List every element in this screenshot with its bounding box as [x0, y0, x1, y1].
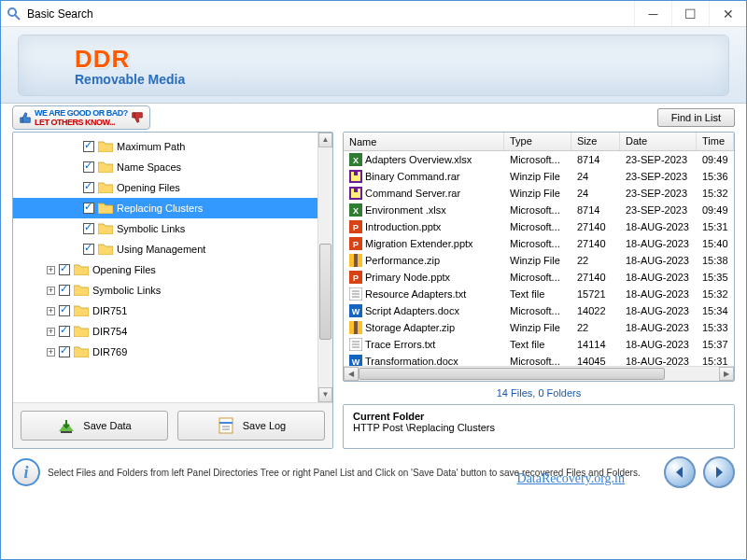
file-date: 23-SEP-2023 — [620, 204, 697, 216]
scroll-down-button[interactable]: ▼ — [318, 387, 332, 402]
tree-item[interactable]: Maximum Path — [13, 136, 332, 157]
file-icon-zip — [349, 321, 362, 334]
thumb-down-icon — [131, 111, 144, 124]
nav-back-button[interactable] — [664, 456, 696, 488]
scroll-left-button[interactable]: ◀ — [344, 367, 359, 381]
list-row[interactable]: Transformation.docxMicrosoft...1404518-A… — [344, 353, 734, 366]
list-row[interactable]: Command Server.rarWinzip File2423-SEP-20… — [344, 185, 734, 202]
tree-label: Opening Files — [117, 182, 180, 193]
col-time[interactable]: Time — [697, 133, 734, 150]
checkbox[interactable] — [83, 182, 94, 193]
checkbox[interactable] — [83, 223, 94, 234]
tree-expand-icon[interactable]: + — [47, 266, 55, 274]
list-row[interactable]: Primary Node.pptxMicrosoft...2714018-AUG… — [344, 269, 734, 286]
file-type: Microsoft... — [504, 356, 571, 366]
col-type[interactable]: Type — [504, 133, 571, 150]
app-icon — [7, 7, 21, 21]
checkbox[interactable] — [59, 285, 70, 296]
tree-item[interactable]: +DIR754 — [13, 321, 332, 342]
tree-item[interactable]: +Symbolic Links — [13, 280, 332, 301]
tree-item[interactable]: Name Spaces — [13, 157, 332, 177]
tree-item[interactable]: +DIR769 — [13, 342, 332, 362]
folder-icon — [98, 161, 113, 173]
file-type: Microsoft... — [504, 305, 571, 316]
list-row[interactable]: Script Adapters.docxMicrosoft...1402218-… — [344, 302, 734, 319]
file-name: Adapters Overview.xlsx — [365, 154, 472, 165]
file-size: 22 — [571, 255, 620, 266]
list-row[interactable]: Environment .xlsxMicrosoft...871423-SEP-… — [344, 202, 734, 218]
checkbox[interactable] — [59, 346, 70, 357]
col-date[interactable]: Date — [620, 133, 697, 150]
scroll-thumb[interactable] — [319, 244, 331, 340]
file-size: 27140 — [571, 221, 620, 232]
tree-scrollbar[interactable]: ▲ ▼ — [317, 133, 332, 402]
file-size: 14022 — [571, 305, 620, 316]
file-name: Script Adapters.docx — [365, 305, 459, 316]
scroll-up-button[interactable]: ▲ — [318, 133, 332, 147]
file-size: 14114 — [571, 339, 620, 350]
list-row[interactable]: Trace Errors.txtText file1411418-AUG-202… — [344, 336, 734, 353]
list-row[interactable]: Adapters Overview.xlsxMicrosoft...871423… — [344, 151, 734, 168]
file-time: 09:49 — [697, 204, 734, 216]
list-row[interactable]: Binary Command.rarWinzip File2423-SEP-20… — [344, 168, 734, 185]
feedback-button[interactable]: WE ARE GOOD OR BAD? LET OTHERS KNOW... — [12, 105, 150, 130]
file-size: 27140 — [571, 272, 620, 283]
file-type: Microsoft... — [504, 238, 571, 249]
list-row[interactable]: Migration Extender.pptxMicrosoft...27140… — [344, 235, 734, 252]
scroll-thumb-h[interactable] — [359, 368, 665, 380]
close-button[interactable]: ✕ — [709, 1, 746, 26]
checkbox[interactable] — [59, 305, 70, 316]
file-type: Microsoft... — [504, 221, 571, 232]
file-date: 23-SEP-2023 — [620, 154, 697, 165]
tree-expand-icon[interactable]: + — [47, 287, 55, 295]
col-size[interactable]: Size — [571, 133, 620, 150]
checkbox[interactable] — [83, 203, 94, 214]
list-row[interactable]: Performance.zipWinzip File2218-AUG-20231… — [344, 252, 734, 269]
tree-item[interactable]: Opening Files — [13, 177, 332, 198]
tree-expand-icon[interactable]: + — [47, 307, 55, 315]
save-data-button[interactable]: Save Data — [21, 411, 168, 441]
list-row[interactable]: Storage Adapter.zipWinzip File2218-AUG-2… — [344, 319, 734, 336]
tree-item[interactable]: +DIR751 — [13, 301, 332, 321]
maximize-button[interactable]: ☐ — [671, 1, 709, 26]
save-log-button[interactable]: Save Log — [177, 411, 325, 441]
folder-icon — [98, 244, 113, 255]
file-size: 15721 — [571, 288, 620, 300]
checkbox[interactable] — [83, 161, 94, 173]
window-title: Basic Search — [27, 7, 634, 21]
file-type: Winzip File — [504, 188, 571, 199]
file-date: 18-AUG-2023 — [620, 288, 697, 300]
arrow-right-icon — [712, 465, 726, 480]
tree-item[interactable]: Using Management — [13, 239, 332, 259]
list-row[interactable]: Resource Adapters.txtText file1572118-AU… — [344, 286, 734, 302]
minimize-button[interactable]: ─ — [634, 1, 671, 26]
tree-label: Opening Files — [92, 264, 156, 275]
file-name: Primary Node.pptx — [365, 272, 450, 283]
file-type: Winzip File — [504, 255, 571, 266]
save-data-icon — [57, 416, 76, 435]
tree-label: Symbolic Links — [92, 285, 161, 296]
scroll-right-button[interactable]: ▶ — [719, 367, 734, 381]
file-time: 15:35 — [697, 272, 734, 283]
nav-forward-button[interactable] — [703, 456, 735, 488]
file-icon-txt — [349, 338, 362, 351]
file-time: 15:34 — [697, 305, 734, 316]
list-row[interactable]: Introduction.pptxMicrosoft...2714018-AUG… — [344, 218, 734, 235]
find-in-list-button[interactable]: Find in List — [657, 108, 735, 127]
list-scrollbar-h[interactable]: ◀ ▶ — [344, 366, 734, 381]
tree-expand-icon[interactable]: + — [47, 348, 55, 357]
checkbox[interactable] — [59, 326, 70, 337]
checkbox[interactable] — [83, 141, 94, 152]
col-name[interactable]: Name — [344, 133, 504, 150]
file-date: 18-AUG-2023 — [620, 305, 697, 316]
tree-panel: Maximum PathName SpacesOpening FilesRepl… — [12, 132, 333, 449]
file-size: 8714 — [571, 204, 620, 216]
tree-item[interactable]: Symbolic Links — [13, 218, 332, 239]
brand-subtitle: Removable Media — [75, 72, 728, 87]
tree-item[interactable]: Replacing Clusters — [13, 198, 332, 218]
tree-expand-icon[interactable]: + — [47, 328, 55, 336]
checkbox[interactable] — [59, 264, 70, 275]
checkbox[interactable] — [83, 244, 94, 255]
tree-item[interactable]: +Opening Files — [13, 259, 332, 280]
footer: i Select Files and Folders from left Pan… — [1, 451, 746, 494]
